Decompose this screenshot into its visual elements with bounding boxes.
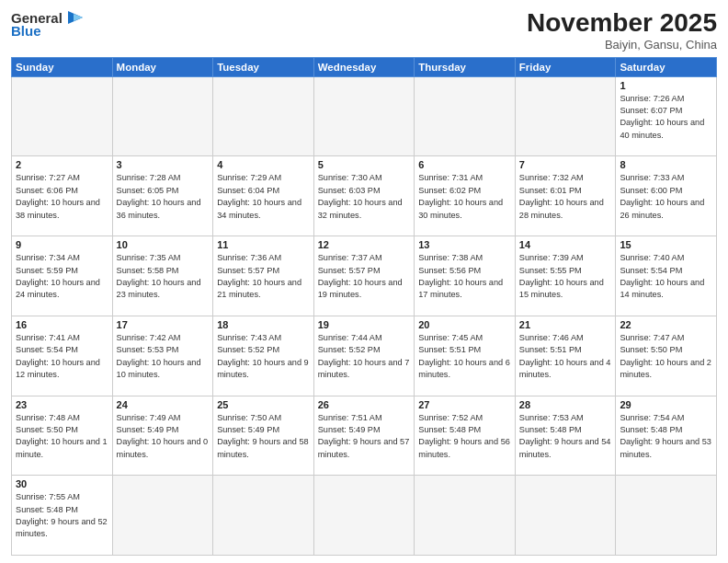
day-info: Sunrise: 7:42 AM Sunset: 5:53 PM Dayligh…: [117, 332, 210, 381]
day-number: 22: [620, 319, 712, 330]
calendar-cell-32: 27Sunrise: 7:52 AM Sunset: 5:48 PM Dayli…: [415, 396, 516, 476]
title-area: November 2025 Baiyin, Gansu, China: [527, 9, 717, 52]
header-monday: Monday: [112, 57, 213, 76]
day-info: Sunrise: 7:29 AM Sunset: 6:04 PM Dayligh…: [217, 172, 310, 221]
calendar-cell-14: 9Sunrise: 7:34 AM Sunset: 5:59 PM Daylig…: [12, 236, 113, 316]
svg-marker-1: [74, 14, 83, 21]
calendar-cell-4: [415, 76, 516, 156]
day-number: 15: [620, 239, 712, 250]
header-saturday: Saturday: [616, 57, 717, 76]
month-title: November 2025: [527, 9, 717, 38]
calendar-row-1: 2Sunrise: 7:27 AM Sunset: 6:06 PM Daylig…: [12, 156, 717, 236]
calendar-row-0: 1Sunrise: 7:26 AM Sunset: 6:07 PM Daylig…: [12, 76, 717, 156]
day-number: 1: [620, 80, 712, 91]
calendar-cell-39: [415, 476, 516, 556]
day-info: Sunrise: 7:45 AM Sunset: 5:51 PM Dayligh…: [418, 332, 511, 381]
day-info: Sunrise: 7:44 AM Sunset: 5:52 PM Dayligh…: [318, 332, 411, 381]
day-info: Sunrise: 7:50 AM Sunset: 5:49 PM Dayligh…: [217, 412, 310, 461]
calendar-row-2: 9Sunrise: 7:34 AM Sunset: 5:59 PM Daylig…: [12, 236, 717, 316]
day-number: 13: [418, 239, 511, 250]
calendar-cell-13: 8Sunrise: 7:33 AM Sunset: 6:00 PM Daylig…: [616, 156, 717, 236]
day-info: Sunrise: 7:37 AM Sunset: 5:57 PM Dayligh…: [318, 252, 411, 301]
calendar-cell-12: 7Sunrise: 7:32 AM Sunset: 6:01 PM Daylig…: [515, 156, 616, 236]
header-friday: Friday: [515, 57, 616, 76]
calendar-cell-38: [313, 476, 415, 556]
day-number: 30: [16, 478, 108, 489]
day-number: 9: [16, 239, 108, 250]
day-info: Sunrise: 7:40 AM Sunset: 5:54 PM Dayligh…: [620, 252, 712, 301]
calendar-cell-18: 13Sunrise: 7:38 AM Sunset: 5:56 PM Dayli…: [415, 236, 516, 316]
calendar-cell-28: 23Sunrise: 7:48 AM Sunset: 5:50 PM Dayli…: [12, 396, 113, 476]
calendar-cell-17: 12Sunrise: 7:37 AM Sunset: 5:57 PM Dayli…: [313, 236, 415, 316]
calendar-cell-31: 26Sunrise: 7:51 AM Sunset: 5:49 PM Dayli…: [313, 396, 415, 476]
calendar-cell-29: 24Sunrise: 7:49 AM Sunset: 5:49 PM Dayli…: [112, 396, 213, 476]
calendar-cell-15: 10Sunrise: 7:35 AM Sunset: 5:58 PM Dayli…: [112, 236, 213, 316]
day-number: 4: [217, 159, 310, 170]
header-tuesday: Tuesday: [213, 57, 314, 76]
day-info: Sunrise: 7:41 AM Sunset: 5:54 PM Dayligh…: [16, 332, 108, 381]
day-number: 24: [117, 399, 210, 410]
day-number: 20: [418, 319, 511, 330]
calendar-cell-6: 1Sunrise: 7:26 AM Sunset: 6:07 PM Daylig…: [616, 76, 717, 156]
day-info: Sunrise: 7:35 AM Sunset: 5:58 PM Dayligh…: [117, 252, 210, 301]
day-number: 26: [318, 399, 411, 410]
calendar-cell-25: 20Sunrise: 7:45 AM Sunset: 5:51 PM Dayli…: [415, 316, 516, 396]
calendar-cell-33: 28Sunrise: 7:53 AM Sunset: 5:48 PM Dayli…: [515, 396, 616, 476]
calendar-cell-1: [112, 76, 213, 156]
calendar-cell-35: 30Sunrise: 7:55 AM Sunset: 5:48 PM Dayli…: [12, 476, 113, 556]
day-info: Sunrise: 7:55 AM Sunset: 5:48 PM Dayligh…: [16, 491, 108, 540]
calendar-row-4: 23Sunrise: 7:48 AM Sunset: 5:50 PM Dayli…: [12, 396, 717, 476]
day-info: Sunrise: 7:52 AM Sunset: 5:48 PM Dayligh…: [418, 412, 511, 461]
calendar-cell-16: 11Sunrise: 7:36 AM Sunset: 5:57 PM Dayli…: [213, 236, 314, 316]
day-number: 21: [519, 319, 612, 330]
day-number: 3: [117, 159, 210, 170]
day-number: 27: [418, 399, 511, 410]
calendar-cell-5: [515, 76, 616, 156]
day-number: 17: [117, 319, 210, 330]
day-info: Sunrise: 7:48 AM Sunset: 5:50 PM Dayligh…: [16, 412, 108, 461]
calendar-cell-34: 29Sunrise: 7:54 AM Sunset: 5:48 PM Dayli…: [616, 396, 717, 476]
day-number: 7: [519, 159, 612, 170]
day-number: 10: [117, 239, 210, 250]
day-info: Sunrise: 7:33 AM Sunset: 6:00 PM Dayligh…: [620, 172, 712, 221]
calendar-cell-7: 2Sunrise: 7:27 AM Sunset: 6:06 PM Daylig…: [12, 156, 113, 236]
calendar-row-5: 30Sunrise: 7:55 AM Sunset: 5:48 PM Dayli…: [12, 476, 717, 556]
calendar-cell-37: [213, 476, 314, 556]
calendar-cell-8: 3Sunrise: 7:28 AM Sunset: 6:05 PM Daylig…: [112, 156, 213, 236]
day-info: Sunrise: 7:30 AM Sunset: 6:03 PM Dayligh…: [318, 172, 411, 221]
header: General Blue November 2025 Baiyin, Gansu…: [11, 9, 717, 52]
header-sunday: Sunday: [12, 57, 113, 76]
calendar-cell-19: 14Sunrise: 7:39 AM Sunset: 5:55 PM Dayli…: [515, 236, 616, 316]
calendar-cell-3: [313, 76, 415, 156]
day-number: 14: [519, 239, 612, 250]
calendar-row-3: 16Sunrise: 7:41 AM Sunset: 5:54 PM Dayli…: [12, 316, 717, 396]
calendar-cell-0: [12, 76, 113, 156]
day-info: Sunrise: 7:43 AM Sunset: 5:52 PM Dayligh…: [217, 332, 310, 381]
day-info: Sunrise: 7:36 AM Sunset: 5:57 PM Dayligh…: [217, 252, 310, 301]
calendar-cell-41: [616, 476, 717, 556]
day-number: 8: [620, 159, 712, 170]
page: General Blue November 2025 Baiyin, Gansu…: [0, 0, 728, 563]
calendar-cell-20: 15Sunrise: 7:40 AM Sunset: 5:54 PM Dayli…: [616, 236, 717, 316]
calendar-cell-30: 25Sunrise: 7:50 AM Sunset: 5:49 PM Dayli…: [213, 396, 314, 476]
calendar-cell-27: 22Sunrise: 7:47 AM Sunset: 5:50 PM Dayli…: [616, 316, 717, 396]
day-number: 16: [16, 319, 108, 330]
day-number: 25: [217, 399, 310, 410]
day-info: Sunrise: 7:39 AM Sunset: 5:55 PM Dayligh…: [519, 252, 612, 301]
logo-bird-icon: [64, 9, 85, 26]
calendar-cell-21: 16Sunrise: 7:41 AM Sunset: 5:54 PM Dayli…: [12, 316, 113, 396]
calendar-cell-23: 18Sunrise: 7:43 AM Sunset: 5:52 PM Dayli…: [213, 316, 314, 396]
day-info: Sunrise: 7:47 AM Sunset: 5:50 PM Dayligh…: [620, 332, 712, 381]
calendar-cell-22: 17Sunrise: 7:42 AM Sunset: 5:53 PM Dayli…: [112, 316, 213, 396]
logo: General Blue: [11, 9, 85, 39]
day-number: 12: [318, 239, 411, 250]
day-info: Sunrise: 7:53 AM Sunset: 5:48 PM Dayligh…: [519, 412, 612, 461]
logo-blue: Blue: [11, 23, 41, 39]
day-number: 11: [217, 239, 310, 250]
calendar: Sunday Monday Tuesday Wednesday Thursday…: [11, 57, 717, 556]
day-info: Sunrise: 7:54 AM Sunset: 5:48 PM Dayligh…: [620, 412, 712, 461]
day-number: 19: [318, 319, 411, 330]
day-number: 18: [217, 319, 310, 330]
day-number: 28: [519, 399, 612, 410]
header-thursday: Thursday: [415, 57, 516, 76]
